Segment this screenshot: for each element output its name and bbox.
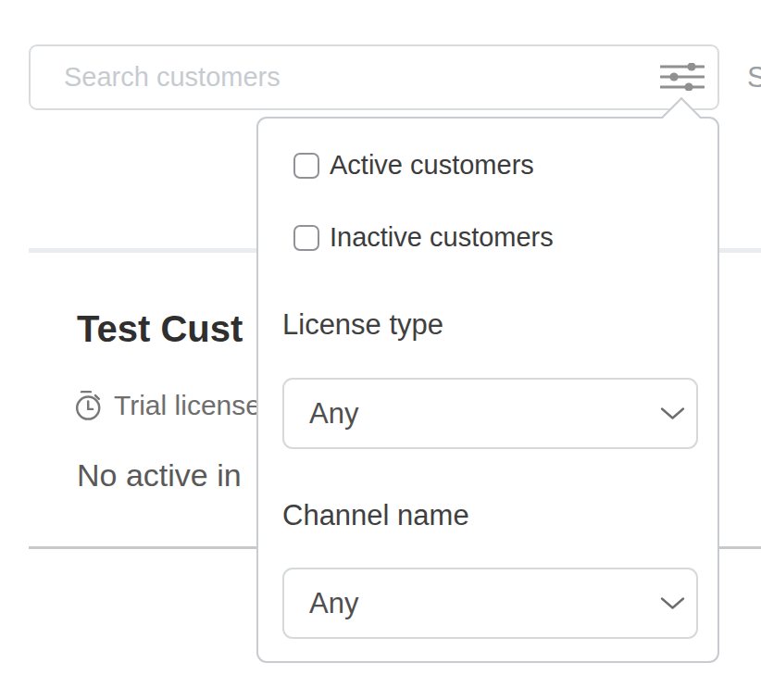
search-bar — [29, 44, 719, 110]
customer-name-heading: Test Cust — [77, 308, 243, 350]
filter-button[interactable] — [655, 52, 710, 104]
no-active-installations-text: No active in — [77, 457, 242, 494]
timer-icon — [75, 390, 104, 421]
inactive-customers-label: Inactive customers — [330, 222, 554, 253]
inactive-customers-option[interactable]: Inactive customers — [293, 222, 554, 253]
license-type-value: Any — [309, 397, 660, 431]
inactive-customers-checkbox[interactable] — [293, 225, 319, 251]
active-customers-label: Active customers — [330, 150, 534, 181]
channel-name-select[interactable]: Any — [282, 568, 698, 639]
license-type-select[interactable]: Any — [282, 378, 698, 449]
license-type-label: License type — [282, 308, 443, 342]
active-customers-option[interactable]: Active customers — [293, 150, 534, 181]
search-input[interactable] — [31, 46, 623, 108]
truncated-right-text: S — [747, 61, 761, 94]
channel-name-value: Any — [309, 587, 660, 620]
sliders-icon — [660, 63, 705, 94]
active-customers-checkbox[interactable] — [293, 153, 319, 179]
chevron-down-icon — [660, 596, 685, 610]
chevron-down-icon — [660, 406, 685, 420]
license-text: Trial license — [114, 390, 261, 421]
channel-name-label: Channel name — [282, 499, 469, 532]
license-row: Trial license — [75, 390, 261, 421]
filter-popup: Active customers Inactive customers Lice… — [256, 117, 719, 663]
customers-screen: S Test Cust Trial license No active in A… — [0, 0, 761, 700]
